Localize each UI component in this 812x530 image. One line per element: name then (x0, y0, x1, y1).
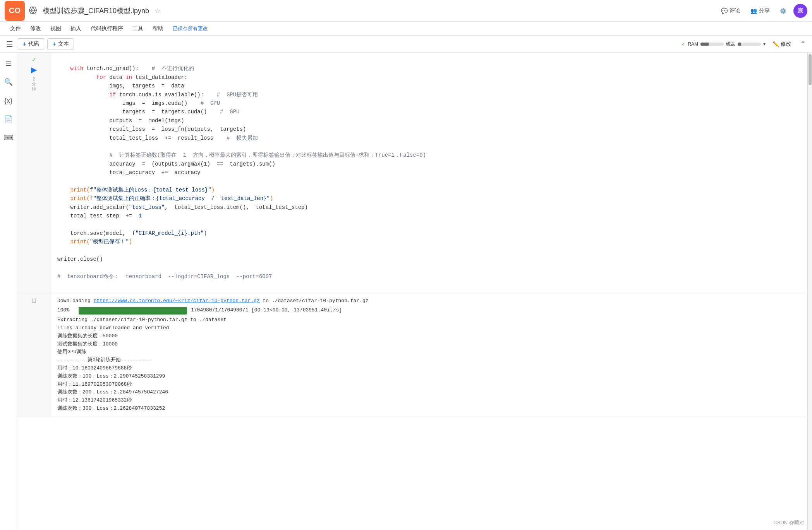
star-icon[interactable]: ☆ (155, 7, 161, 15)
menu-runtime[interactable]: 代码执行程序 (87, 24, 127, 34)
notebook-area: ✓ ▶ 2分钟 with torch.no_grad(): # 不进行优化的 f… (17, 53, 807, 530)
menu-insert[interactable]: 插入 (67, 24, 85, 34)
share-icon: 👥 (750, 8, 757, 14)
autosave-status: 已保存所有更改 (173, 25, 208, 32)
download-line: Downloading https://www.cs.toronto.edu/~… (57, 297, 801, 305)
output-line-0: Extracting ./dataset/cifar-10-python.tar… (57, 316, 801, 324)
menu-file[interactable]: 文件 (6, 24, 25, 34)
scroll-handle[interactable] (809, 54, 812, 85)
settings-button[interactable]: ⚙️ (777, 6, 790, 15)
cell-run-checkmark: ✓ (32, 56, 36, 63)
user-avatar[interactable]: 宸 (793, 4, 807, 18)
cell-code-content[interactable]: with torch.no_grad(): # 不进行优化的 for data … (51, 53, 807, 293)
disk-meter (738, 43, 761, 46)
menu-tools[interactable]: 工具 (129, 24, 147, 34)
sidebar-icon-files[interactable]: 📄 (2, 113, 15, 125)
run-cell-button[interactable]: ▶ (29, 64, 39, 75)
output-line-6: 用时：10.160324096679688秒 (57, 364, 801, 373)
pencil-icon: ✏️ (773, 41, 779, 47)
add-text-button[interactable]: + 文本 (47, 38, 74, 50)
comment-icon: 💬 (721, 8, 728, 14)
sidebar-icon-terminal[interactable]: ⌨ (2, 132, 15, 144)
output-line-10: 用时：12.136174201965332秒 (57, 397, 801, 405)
progress-bar-fill (79, 307, 187, 315)
sidebar-icon-variables[interactable]: {x} (2, 94, 15, 107)
sidebar-icon-search[interactable]: 🔍 (2, 76, 15, 88)
right-scrollbar[interactable] (807, 53, 812, 530)
gear-icon: ⚙️ (780, 8, 786, 14)
ram-disk-monitor: ✓ RAM 磁盘 ▾ (682, 41, 766, 47)
file-title: 模型训练步骤_CIFAR10模型.ipynb (43, 6, 149, 15)
menubar: 文件 修改 视图 插入 代码执行程序 工具 帮助 已保存所有更改 (0, 22, 812, 36)
output-line-9: 训练次数：200，Loss：2.284974575O427246 (57, 388, 801, 397)
cell-timer: 2分钟 (32, 77, 36, 92)
menu-edit[interactable]: 修改 (26, 24, 45, 34)
output-line-5: ----------第0轮训练开始---------- (57, 356, 801, 364)
output-content: Downloading https://www.cs.toronto.edu/~… (51, 293, 807, 417)
plus-icon: + (23, 41, 26, 48)
progress-percent: 100% (57, 306, 75, 315)
plus-icon-text: + (52, 41, 56, 48)
topbar: CO 模型训练步骤_CIFAR10模型.ipynb ☆ 💬 评论 👥 分享 ⚙️… (0, 0, 812, 22)
ram-meter (700, 43, 724, 46)
menu-help[interactable]: 帮助 (149, 24, 167, 34)
progress-bar-background (79, 307, 187, 315)
monitor-dropdown-arrow[interactable]: ▾ (763, 41, 766, 47)
drive-icon (29, 7, 37, 15)
cell-left-panel: ✓ ▶ 2分钟 (17, 53, 51, 293)
progress-stats: 170498071/170498071 [00:13<00:00, 137039… (191, 306, 342, 315)
csdn-watermark: CSDN @嗯对 (773, 519, 804, 526)
collapse-button[interactable]: ⌃ (798, 38, 807, 50)
output-left-panel: □ (17, 293, 51, 417)
download-url-link[interactable]: https://www.cs.toronto.edu/~kriz/cifar-1… (94, 298, 260, 304)
output-line-7: 训练次数：100，Loss：2.290745258331299 (57, 373, 801, 381)
output-cell-icon: □ (32, 297, 36, 304)
output-line-11: 训练次数：300，Loss：2.262840747833252 (57, 405, 801, 413)
check-icon: ✓ (682, 41, 685, 47)
output-line-4: 使用GPU训练 (57, 348, 801, 356)
menu-view[interactable]: 视图 (46, 24, 65, 34)
sidebar-toggle-button[interactable]: ☰ (5, 38, 15, 50)
output-line-3: 测试数据集的长度：10000 (57, 340, 801, 349)
edit-button[interactable]: ✏️ 修改 (769, 39, 795, 50)
comment-button[interactable]: 💬 评论 (718, 6, 743, 16)
app-logo: CO (5, 1, 25, 21)
left-sidebar: ☰ 🔍 {x} 📄 ⌨ (0, 53, 17, 530)
output-cell: □ Downloading https://www.cs.toronto.edu… (17, 293, 807, 417)
output-line-8: 用时：11.169702053070068秒 (57, 381, 801, 389)
output-line-1: Files already downloaded and verified (57, 324, 801, 332)
output-line-2: 训练数据集的长度：50000 (57, 332, 801, 340)
toolbar: ☰ + 代码 + 文本 ✓ RAM 磁盘 ▾ ✏️ 修改 ⌃ (0, 36, 812, 53)
add-code-button[interactable]: + 代码 (18, 38, 44, 50)
code-cell: ✓ ▶ 2分钟 with torch.no_grad(): # 不进行优化的 f… (17, 53, 807, 293)
sidebar-icon-toc[interactable]: ☰ (2, 57, 15, 70)
progress-bar-row: 100% 170498071/170498071 [00:13<00:00, 1… (57, 306, 801, 315)
share-button[interactable]: 👥 分享 (747, 6, 773, 16)
main-area: ☰ 🔍 {x} 📄 ⌨ ✓ ▶ 2分钟 with torch.no_grad()… (0, 53, 812, 530)
